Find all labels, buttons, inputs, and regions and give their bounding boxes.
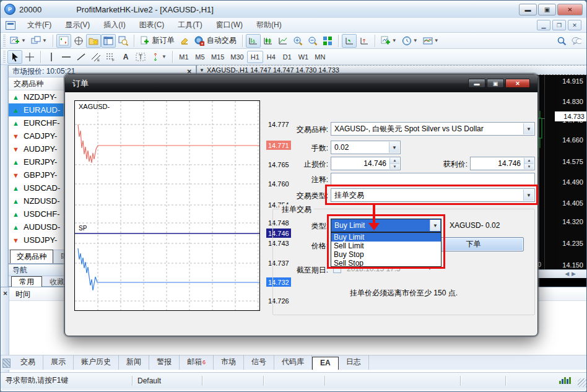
svg-text:F: F — [112, 58, 115, 62]
market-watch-toggle[interactable] — [56, 34, 71, 48]
autotrading-button[interactable]: 自动交易 — [192, 34, 239, 48]
terminal-toggle[interactable] — [101, 34, 116, 48]
trendline-button[interactable] — [74, 50, 89, 64]
terminal-tab[interactable]: 邮箱6 — [180, 355, 214, 370]
scroll-left-icon[interactable]: ◀ — [565, 271, 569, 277]
terminal-tab[interactable]: 市场 — [214, 355, 244, 370]
resize-grip[interactable] — [578, 378, 586, 387]
data-window-button[interactable] — [71, 34, 86, 48]
mdi-minimize-button[interactable]: ▁ — [537, 20, 550, 30]
chart-shift-button[interactable] — [357, 34, 372, 48]
profiles-button[interactable]: ▼ — [28, 34, 50, 48]
close-button[interactable]: ✕ — [557, 4, 583, 15]
tile-windows-button[interactable] — [320, 34, 335, 48]
dialog-close-button[interactable]: ✕ — [505, 79, 530, 88]
navigator-tab[interactable]: 常用 — [11, 276, 42, 287]
timeframe-button[interactable]: M15 — [208, 51, 227, 63]
volume-combobox[interactable]: 0.02 ▼ — [331, 141, 401, 154]
crosshair-button[interactable] — [22, 50, 37, 64]
timeframe-button[interactable]: H1 — [247, 51, 263, 63]
chevron-down-icon[interactable]: ▼ — [523, 123, 534, 134]
text-label-button[interactable]: T — [133, 50, 148, 64]
tick-direction-icon — [12, 107, 20, 114]
dock-gripper[interactable] — [1, 65, 8, 287]
menu-item[interactable]: 图表(C) — [133, 18, 172, 32]
menu-item[interactable]: 文件(F) — [20, 18, 58, 32]
terminal-tab[interactable]: 日志 — [339, 355, 369, 370]
dialog-minimize-button[interactable]: ▬ — [468, 79, 485, 88]
candlestick-button[interactable] — [261, 34, 276, 48]
navigator-toggle[interactable] — [86, 34, 101, 48]
arrow-objects-icon — [150, 52, 160, 62]
zoom-out-button[interactable] — [305, 34, 320, 48]
terminal-close-icon[interactable]: ✕ — [2, 290, 9, 297]
time-column-label[interactable]: 时间 — [15, 289, 30, 300]
cursor-button[interactable] — [7, 50, 22, 64]
expiry-field-label: 截至期日: — [272, 265, 328, 276]
terminal-tab[interactable]: 账户历史 — [74, 355, 119, 370]
vertical-line-button[interactable] — [44, 50, 59, 64]
search-button[interactable] — [554, 34, 569, 48]
timeframe-button[interactable]: W1 — [295, 51, 312, 63]
timeframe-button[interactable]: M30 — [227, 51, 246, 63]
strategy-tester-button[interactable] — [116, 34, 131, 48]
metaeditor-button[interactable] — [177, 34, 192, 48]
mdi-close-button[interactable]: ✕ — [568, 20, 581, 30]
spin-down-icon[interactable]: ▼ — [524, 164, 534, 170]
terminal-tab[interactable]: 新闻 — [119, 355, 149, 370]
maximize-button[interactable]: ▣ — [538, 4, 556, 15]
new-chart-button[interactable]: ▼ — [7, 34, 28, 48]
terminal-tab[interactable]: EA — [312, 357, 339, 370]
market-watch-tab[interactable]: 交易品种 — [10, 250, 53, 263]
comment-input[interactable] — [331, 173, 535, 185]
templates-button[interactable]: ▼ — [420, 34, 441, 48]
terminal-tab[interactable]: 代码库 — [274, 355, 312, 370]
zoom-in-button[interactable] — [290, 34, 305, 48]
symbol-combobox[interactable]: XAGUSD-, 白银美元 Spot Silver vs US Dollar ▼ — [331, 122, 535, 136]
minimize-button[interactable]: ▬ — [519, 4, 537, 15]
status-profile[interactable]: Default — [133, 377, 202, 385]
spin-down-icon[interactable]: ▼ — [390, 164, 399, 170]
channel-button[interactable]: E — [89, 50, 103, 64]
periods-button[interactable]: ▼ — [399, 34, 420, 48]
timeframe-button[interactable]: H4 — [263, 51, 279, 63]
symbol-field-label: 交易品种: — [272, 124, 328, 135]
takeprofit-spinner[interactable]: 14.746 ▲▼ — [470, 157, 535, 170]
menu-item[interactable]: 显示(V) — [58, 18, 97, 32]
terminal-tab[interactable]: 展示 — [43, 355, 74, 370]
timeframe-button[interactable]: D1 — [279, 51, 295, 63]
price-tick-label: 14.405 — [562, 199, 583, 207]
text-button[interactable]: A — [118, 50, 133, 64]
chevron-down-icon[interactable]: ▼ — [389, 142, 399, 153]
indicators-button[interactable]: ▼ — [378, 34, 399, 48]
arrows-button[interactable]: ▼ — [148, 50, 169, 64]
terminal-tab[interactable]: 交易 — [13, 355, 43, 370]
new-order-button[interactable]: 新订单 — [137, 34, 177, 48]
menu-item[interactable]: 窗口(W) — [209, 18, 250, 32]
terminal-tab[interactable]: 警报 — [149, 355, 180, 370]
timeframe-button[interactable]: M5 — [192, 51, 208, 63]
timeframe-button[interactable]: MN — [311, 51, 328, 63]
order-dialog-titlebar[interactable]: 订单 ▬ ▣ ✕ — [65, 74, 537, 92]
menu-item[interactable]: 插入(I) — [97, 18, 132, 32]
terminal-tab[interactable]: 信号 — [244, 355, 274, 370]
line-chart-button[interactable] — [276, 34, 290, 48]
auto-scroll-button[interactable] — [342, 34, 357, 48]
chat-button[interactable] — [569, 34, 584, 48]
toolbar-grip2[interactable] — [3, 51, 6, 63]
dialog-maximize-button[interactable]: ▣ — [487, 79, 504, 88]
mdi-restore-button[interactable]: ❐ — [552, 20, 566, 30]
volume-field-label: 手数: — [272, 143, 328, 154]
horizontal-line-button[interactable] — [59, 50, 74, 64]
spin-up-icon[interactable]: ▲ — [524, 158, 534, 164]
toolbar-grip[interactable] — [3, 35, 6, 47]
fibonacci-button[interactable]: F — [103, 50, 118, 64]
menu-item[interactable]: 帮助(H) — [250, 18, 289, 32]
spin-up-icon[interactable]: ▲ — [390, 158, 399, 164]
menu-item[interactable]: 工具(T) — [171, 18, 209, 32]
timeframe-button[interactable]: M1 — [176, 51, 192, 63]
stoploss-spinner[interactable]: 14.746 ▲▼ — [331, 157, 401, 170]
scroll-right-icon[interactable]: ▶ — [572, 271, 576, 277]
tab-badge: 6 — [202, 359, 206, 365]
bar-chart-button[interactable] — [246, 34, 261, 48]
